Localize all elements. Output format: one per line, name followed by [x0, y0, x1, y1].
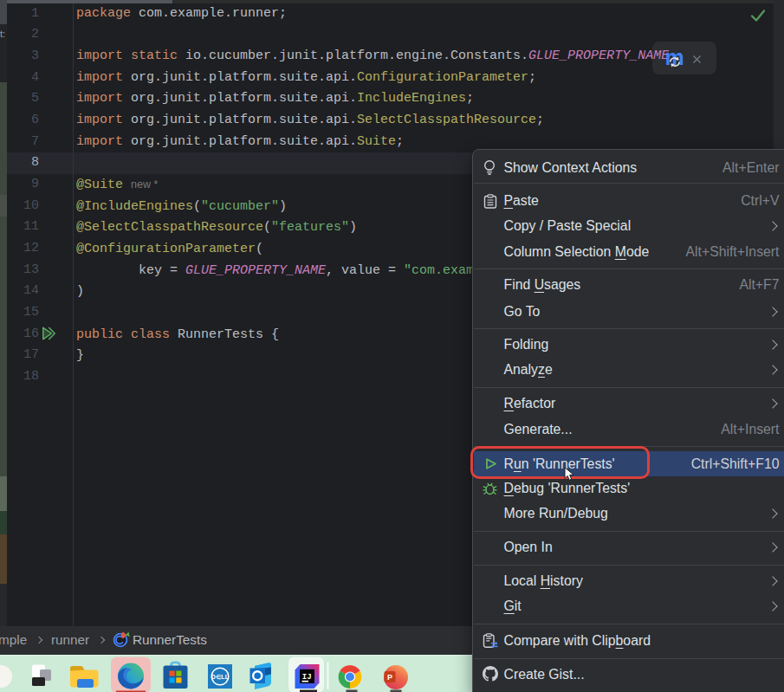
svg-text:P: P: [387, 672, 392, 681]
svg-text:D∈LL: D∈LL: [211, 673, 230, 679]
svg-text:IJ: IJ: [302, 672, 312, 681]
